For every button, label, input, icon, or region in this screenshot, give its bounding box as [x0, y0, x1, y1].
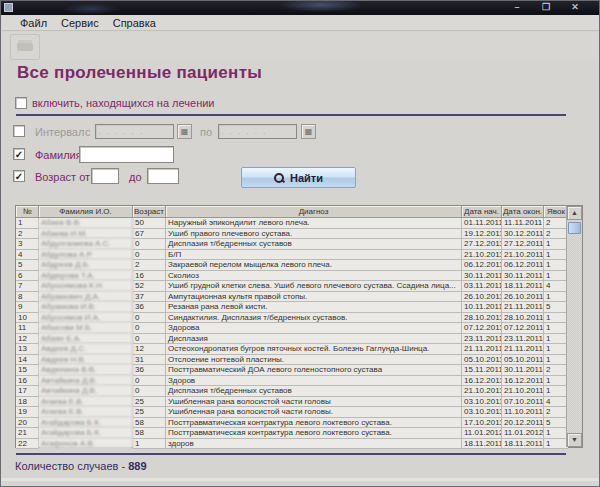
- table-cell: Ушибленная рана волосистой части головы: [166, 397, 462, 408]
- table-cell: Абаев В.В.: [39, 218, 133, 229]
- column-header[interactable]: Дата окон.: [502, 206, 544, 218]
- table-cell: 18.11.2011: [502, 439, 544, 450]
- table-cell: 10.11.2011: [462, 302, 502, 313]
- calendar-to-button[interactable]: ▦: [301, 124, 316, 139]
- table-cell: 16: [16, 376, 39, 387]
- include-treatment-checkbox[interactable]: [15, 97, 27, 109]
- table-row[interactable]: 20Агайдарова Б.К.58Посттравматическая ко…: [16, 418, 582, 429]
- table-row[interactable]: 19Агаева Е.В.25Ушибленная рана волосисто…: [16, 407, 582, 418]
- table-row[interactable]: 4Абдулова А.Р.0Б/П21.10.201121.10.20111: [16, 250, 582, 261]
- table-cell: 19.12.2011: [462, 229, 502, 240]
- table-row[interactable]: 11Абысова М.Б.0Здорова07.12.201107.12.20…: [16, 323, 582, 334]
- table-cell: 21.11.2011: [502, 344, 544, 355]
- table-cell: 1: [544, 313, 568, 324]
- table-cell: 27.12.2011: [462, 239, 502, 250]
- table-cell: 31: [133, 355, 166, 366]
- table-cell: 1: [544, 428, 568, 439]
- table-row[interactable]: 22Агафонов А.В.1здоров18.11.201118.11.20…: [16, 439, 582, 450]
- table-row[interactable]: 13Авдеев Д.С.12Остеохондропатия бугров п…: [16, 344, 582, 355]
- age-to-input[interactable]: [147, 168, 179, 184]
- case-count-label: Количество случаев -: [15, 460, 125, 472]
- age-checkbox[interactable]: [13, 170, 25, 182]
- table-row[interactable]: 18Агаева Е.В.25Ушибленная рана волосисто…: [16, 397, 582, 408]
- date-from-input[interactable]: . . . . . .: [95, 124, 174, 139]
- search-button[interactable]: Найти: [241, 167, 356, 188]
- table-row[interactable]: 2Абаева И.М.67Ушиб правого плечевого сус…: [16, 229, 582, 240]
- table-cell: 50: [133, 218, 166, 229]
- age-from-input[interactable]: [91, 168, 119, 184]
- table-cell: 06.12.2011: [502, 260, 544, 271]
- maximize-button[interactable]: ❒: [538, 2, 554, 13]
- table-cell: Посттравматическая контрактура левого ло…: [166, 428, 462, 439]
- table-cell: 05.10.2011: [502, 355, 544, 366]
- table-cell: 23.11.2011: [502, 334, 544, 345]
- column-header[interactable]: №: [16, 206, 39, 218]
- table-cell: 2: [133, 260, 166, 271]
- menu-bar: Файл Сервис Справка: [2, 15, 600, 31]
- table-cell: 21.10.2011: [502, 250, 544, 261]
- table-cell: 28.10.2011: [502, 313, 544, 324]
- window-bottom-edge: [1, 478, 600, 481]
- column-header[interactable]: Фамилия И.О.: [39, 206, 133, 218]
- table-cell: Агаева Е.В.: [39, 407, 133, 418]
- table-cell: 36: [133, 302, 166, 313]
- table-row[interactable]: 6Абдюрова Т.А.16Сколиоз30.11.201130.11.2…: [16, 271, 582, 282]
- page-title: Все пролеченные пациенты: [17, 63, 262, 83]
- table-row[interactable]: 7Абросимова К.Н.52Ушиб грудной клетки сл…: [16, 281, 582, 292]
- age-from-label: Возраст от: [35, 171, 90, 183]
- table-cell: 07.10.2011: [502, 397, 544, 408]
- table-cell: 30.11.2011: [462, 271, 502, 282]
- table-cell: Абросимов И.А.: [39, 313, 133, 324]
- print-button[interactable]: [10, 34, 40, 60]
- table-cell: 0: [133, 239, 166, 250]
- column-header[interactable]: Возраст: [133, 206, 166, 218]
- menu-item-file[interactable]: Файл: [20, 17, 47, 29]
- calendar-from-button[interactable]: ▦: [177, 124, 192, 139]
- table-cell: 8: [16, 292, 39, 303]
- scroll-up-button[interactable]: ▲: [567, 206, 582, 220]
- interval-checkbox[interactable]: [13, 125, 25, 137]
- table-cell: Здоров: [166, 376, 462, 387]
- table-row[interactable]: 1Абаев В.В.50Наружный эпикондилит левого…: [16, 218, 582, 229]
- table-row[interactable]: 21Агайдарова Б.К.58Посттравматическая ко…: [16, 428, 582, 439]
- table-cell: Абдулганиева А.С.: [39, 239, 133, 250]
- table-row[interactable]: 8Абрамович Д.А.37Ампутационная культя пр…: [16, 292, 582, 303]
- column-header[interactable]: Диагноз: [166, 206, 462, 218]
- table-row[interactable]: 17Автайкина Д.В.0Дисплазия т/бедренных с…: [16, 386, 582, 397]
- case-count-value: 889: [128, 460, 146, 472]
- table-cell: 07.12.2011: [502, 323, 544, 334]
- table-cell: 67: [133, 229, 166, 240]
- vertical-scrollbar[interactable]: ▲ ▼: [566, 206, 582, 447]
- table-row[interactable]: 12Абаян Е.А.0Дисплазия23.11.201123.11.20…: [16, 334, 582, 345]
- menu-item-service[interactable]: Сервис: [61, 17, 99, 29]
- scroll-thumb[interactable]: [568, 222, 581, 234]
- column-header[interactable]: Явок: [544, 206, 568, 218]
- table-cell: Отслоение ногтевой пластины.: [166, 355, 462, 366]
- close-button[interactable]: ✕: [567, 2, 583, 13]
- table-row[interactable]: 10Абросимов И.А.0Синдактилия. Дисплазия …: [16, 313, 582, 324]
- table-row[interactable]: 5Абдреев Д.Б.2Закраевой перелом мыщелка …: [16, 260, 582, 271]
- table-cell: 1: [544, 260, 568, 271]
- table-cell: 36: [133, 365, 166, 376]
- separator-top: [16, 114, 566, 116]
- table-cell: 22: [16, 439, 39, 450]
- table-row[interactable]: 15Авдюнина В.В.36Посттравматический ДОА …: [16, 365, 582, 376]
- table-cell: 0: [133, 376, 166, 387]
- scroll-down-button[interactable]: ▼: [567, 433, 582, 447]
- table-row[interactable]: 9Абрамова И.В.36Резаная рана левой кисти…: [16, 302, 582, 313]
- menu-item-help[interactable]: Справка: [113, 17, 156, 29]
- table-row[interactable]: 3Абдулганиева А.С.0Дисплазия т/бедренных…: [16, 239, 582, 250]
- separator-bottom: [16, 453, 566, 455]
- date-to-input[interactable]: . . . . . .: [218, 124, 297, 139]
- minimize-button[interactable]: –: [509, 2, 525, 13]
- table-cell: 16: [133, 271, 166, 282]
- surname-input[interactable]: [79, 146, 174, 163]
- table-cell: 27.12.2011: [502, 239, 544, 250]
- surname-checkbox[interactable]: [13, 148, 25, 160]
- table-row[interactable]: 14Авдеев Н.В.31Отслоение ногтевой пласти…: [16, 355, 582, 366]
- table-cell: Абдреев Д.Б.: [39, 260, 133, 271]
- table-row[interactable]: 16Автайкина Д.В.0Здоров16.12.201116.12.2…: [16, 376, 582, 387]
- table-cell: 18: [16, 397, 39, 408]
- table-cell: 1: [544, 250, 568, 261]
- column-header[interactable]: Дата нач.: [462, 206, 502, 218]
